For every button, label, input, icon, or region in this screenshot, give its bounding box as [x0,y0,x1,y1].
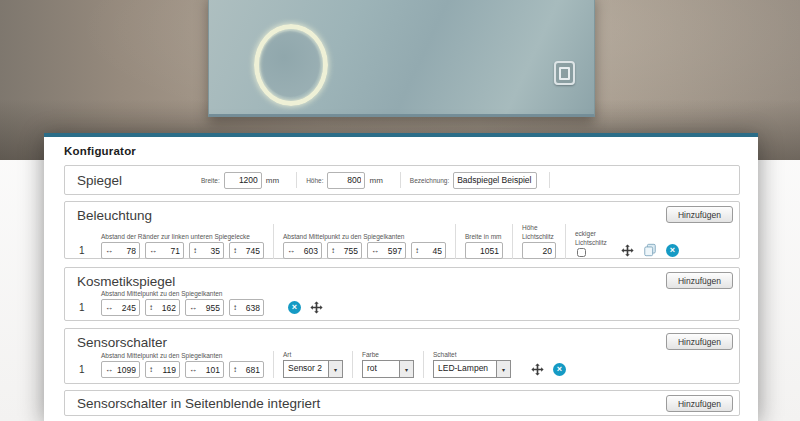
distance-input[interactable] [198,303,220,313]
section-kosmetikspiegel: Kosmetikspiegel Hinzufügen 1 Abstand Mit… [64,267,740,321]
hoehe-input[interactable] [331,175,361,185]
distance-field: ↔ [283,242,322,259]
hoehe-label: Höhe: [306,177,323,184]
distance-input[interactable] [154,365,176,375]
divider [273,351,274,378]
sensor-switch-inner [559,67,570,80]
distance-field: ↕ [327,242,362,259]
beleuchtung-add-button[interactable]: Hinzufügen [666,206,733,223]
distance-input[interactable] [380,246,402,256]
beleuchtung-row: 1 Abstand der Ränder zur linken unteren … [77,224,739,259]
section-sensorschalter-title: Sensorschalter [77,335,739,350]
section-sensorschalter: Sensorschalter Hinzufügen 1 Abstand Mitt… [64,328,740,384]
distance-input[interactable] [198,246,220,256]
sensorschalter-row: 1 Abstand Mittelpunkt zu den Spiegelkant… [77,351,739,378]
breite-label: Breite: [201,177,220,184]
configurator-panel: Konfigurator Spiegel Breite: mm Höhe: mm… [44,133,758,421]
farbe-select[interactable]: rot ▾ [362,360,414,378]
distance-input[interactable] [296,246,318,256]
move-icon[interactable] [621,244,634,257]
corner-distance-label: Abstand der Ränder zur linken unteren Sp… [101,233,264,240]
divider [565,224,566,259]
breite-mm-input[interactable] [469,246,499,256]
sensor-switch-symbol [554,61,575,85]
chevron-down-icon: ▾ [399,361,413,377]
section-beleuchtung-title: Beleuchtung [77,208,739,223]
page: Konfigurator Spiegel Breite: mm Höhe: mm… [0,0,800,421]
vertical-arrow-icon: ↕ [331,247,335,255]
art-select-value: Sensor 2 [284,361,328,377]
divider [296,172,297,188]
divider [352,351,353,378]
distance-field: ↕ [229,299,264,316]
schaltet-label: Schaltet [433,351,511,358]
move-icon[interactable] [531,363,544,376]
chevron-down-icon: ▾ [496,361,510,377]
distance-input[interactable] [238,303,260,313]
distance-field: ↔ [367,242,406,259]
divider [400,172,401,188]
distance-input[interactable] [420,246,442,256]
row-number: 1 [77,364,101,375]
center-distance-group: Abstand Mittelpunkt zu den Spiegelkanten… [101,352,264,378]
distance-field: ↔ [145,242,184,259]
vertical-arrow-icon: ↕ [415,247,419,255]
divider [455,224,456,259]
art-select[interactable]: Sensor 2 ▾ [283,360,343,378]
distance-input[interactable] [158,246,180,256]
center-distance-label: Abstand Mittelpunkt zu den Spiegelkanten [101,352,264,359]
distance-input[interactable] [114,246,136,256]
delete-icon[interactable]: × [666,244,679,257]
beleuchtung-row-actions: × [621,243,679,257]
distance-input[interactable] [238,365,260,375]
center-distance-label: Abstand Mittelpunkt zu den Spiegelkanten [101,290,264,297]
hoehe-field [327,172,365,189]
vertical-arrow-icon: ↕ [193,247,197,255]
distance-input[interactable] [154,303,176,313]
distance-input[interactable] [114,365,136,375]
lichtschlitz-hoehe-label-line2: Lichtschlitz [522,233,556,240]
move-icon[interactable] [310,301,323,314]
section-seitenblende-title: Sensorschalter in Seitenblende integrier… [77,396,320,411]
distance-field: ↕ [411,242,446,259]
farbe-label: Farbe [362,351,414,358]
horizontal-arrow-icon: ↔ [149,247,157,255]
schaltet-select[interactable]: LED-Lampen ▾ [433,360,511,378]
horizontal-arrow-icon: ↔ [105,304,113,312]
corner-distance-group: Abstand der Ränder zur linken unteren Sp… [101,233,264,259]
distance-input[interactable] [114,303,136,313]
section-spiegel: Spiegel Breite: mm Höhe: mm Bezeichnung: [64,165,740,195]
page-title: Konfigurator [64,145,740,157]
art-group: Art Sensor 2 ▾ [283,351,343,378]
bezeichnung-input[interactable] [457,175,533,185]
vertical-arrow-icon: ↕ [233,304,237,312]
sensorschalter-add-button[interactable]: Hinzufügen [666,333,733,350]
section-seitenblende: Sensorschalter in Seitenblende integrier… [64,390,740,416]
distance-field: ↔ [185,299,224,316]
art-label: Art [283,351,343,358]
divider [423,351,424,378]
breite-input[interactable] [228,175,258,185]
kosmetikspiegel-add-button[interactable]: Hinzufügen [666,272,733,289]
delete-icon[interactable]: × [553,363,566,376]
farbe-group: Farbe rot ▾ [362,351,414,378]
kosmetikspiegel-row-actions: × [288,301,323,314]
eckiger-label-line1: eckiger [575,230,596,237]
divider [512,224,513,259]
kosmetikspiegel-row: 1 Abstand Mittelpunkt zu den Spiegelkant… [77,290,739,316]
section-kosmetikspiegel-title: Kosmetikspiegel [77,274,739,289]
distance-input[interactable] [238,246,260,256]
seitenblende-add-button[interactable]: Hinzufügen [666,395,733,412]
eckiger-lichtschlitz-checkbox[interactable] [577,248,586,257]
lichtschlitz-hoehe-input[interactable] [526,246,552,256]
center-distance-group: Abstand Mittelpunkt zu den Spiegelkanten… [101,290,264,316]
breite-unit: mm [266,176,279,185]
row-number: 1 [77,245,101,256]
distance-input[interactable] [336,246,358,256]
horizontal-arrow-icon: ↔ [189,366,197,374]
eckiger-label-line2: Lichtschlitz [575,239,607,246]
copy-icon[interactable] [643,243,657,257]
distance-field: ↕ [145,361,180,378]
delete-icon[interactable]: × [288,301,301,314]
distance-input[interactable] [198,365,220,375]
